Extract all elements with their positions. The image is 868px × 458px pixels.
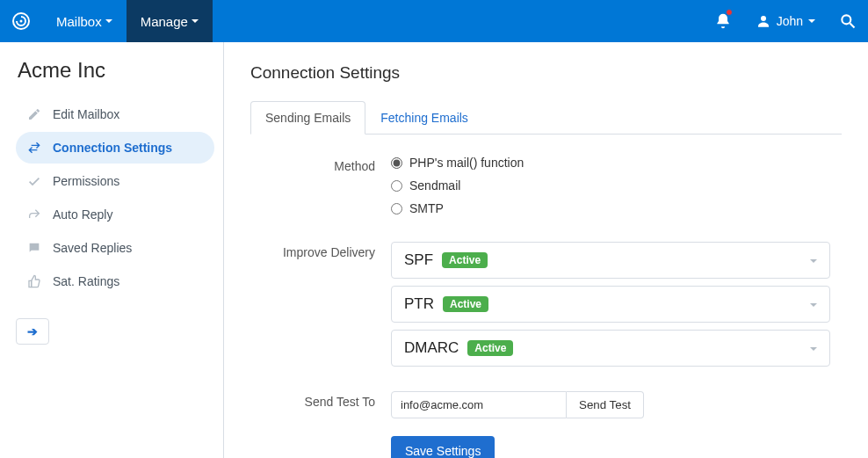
- sidebar-item-label: Auto Reply: [53, 207, 112, 222]
- sidebar: Acme Inc Edit Mailbox Connection Setting…: [0, 42, 224, 458]
- method-radio[interactable]: [391, 157, 402, 169]
- caret-down-icon: [105, 19, 112, 23]
- status-badge: Active: [467, 340, 513, 356]
- caret-down-icon: [192, 19, 199, 23]
- search-icon: [839, 12, 857, 30]
- notifications-button[interactable]: [703, 0, 743, 42]
- app-logo[interactable]: [0, 0, 42, 42]
- save-settings-button[interactable]: Save Settings: [391, 436, 495, 458]
- top-navbar: Mailbox Manage John: [0, 0, 868, 42]
- arrow-right-icon: ➔: [27, 324, 38, 338]
- caret-down-icon: [808, 19, 815, 23]
- delivery-item-ptr[interactable]: PTR Active: [391, 286, 830, 323]
- sidebar-item-label: Sat. Ratings: [53, 274, 119, 288]
- sidebar-item-label: Permissions: [53, 174, 119, 188]
- user-name-label: John: [777, 14, 803, 28]
- user-menu[interactable]: John: [743, 0, 828, 42]
- page-title: Connection Settings: [250, 63, 842, 83]
- improve-delivery-label: Improve Delivery: [250, 242, 391, 374]
- tabs: Sending Emails Fetching Emails: [250, 100, 842, 134]
- search-button[interactable]: [828, 0, 868, 42]
- nav-manage-label: Manage: [141, 14, 188, 29]
- thumbs-up-icon: [26, 273, 42, 289]
- notification-dot-icon: [726, 9, 733, 16]
- tab-label: Fetching Emails: [380, 111, 468, 125]
- status-badge: Active: [443, 296, 488, 312]
- send-test-button[interactable]: Send Test: [567, 391, 644, 418]
- svg-point-1: [20, 20, 23, 23]
- method-radio[interactable]: [391, 180, 402, 192]
- sidebar-item-label: Edit Mailbox: [53, 107, 119, 121]
- sidebar-item-permissions[interactable]: Permissions: [16, 165, 214, 197]
- main-content: Connection Settings Sending Emails Fetch…: [224, 42, 868, 458]
- chevron-down-icon: [810, 253, 817, 267]
- chevron-down-icon: [810, 297, 817, 311]
- reply-icon: [26, 207, 42, 222]
- send-test-label: Send Test To: [250, 391, 391, 418]
- method-option-php-mail[interactable]: PHP's mail() function: [391, 156, 830, 170]
- sidebar-item-label: Saved Replies: [53, 241, 132, 255]
- send-test-input[interactable]: [391, 391, 567, 418]
- nav-mailbox-label: Mailbox: [56, 14, 102, 29]
- delivery-item-spf[interactable]: SPF Active: [391, 242, 830, 279]
- nav-mailbox[interactable]: Mailbox: [42, 0, 127, 42]
- method-option-label: PHP's mail() function: [409, 156, 524, 170]
- delivery-name: PTR: [404, 295, 434, 313]
- pencil-icon: [26, 106, 42, 122]
- nav-manage[interactable]: Manage: [127, 0, 213, 42]
- svg-line-4: [850, 24, 855, 28]
- status-badge: Active: [442, 252, 488, 268]
- svg-point-2: [761, 16, 766, 21]
- method-option-smtp[interactable]: SMTP: [391, 201, 830, 215]
- delivery-name: DMARC: [404, 339, 459, 357]
- user-icon: [756, 13, 771, 29]
- sidebar-item-connection-settings[interactable]: Connection Settings: [16, 132, 214, 164]
- sidebar-item-edit-mailbox[interactable]: Edit Mailbox: [16, 98, 214, 130]
- delivery-name: SPF: [404, 251, 433, 269]
- comment-icon: [26, 240, 42, 256]
- delivery-item-dmarc[interactable]: DMARC Active: [391, 330, 830, 367]
- sidebar-item-saved-replies[interactable]: Saved Replies: [16, 232, 214, 264]
- exchange-icon: [26, 140, 42, 156]
- sidebar-item-sat-ratings[interactable]: Sat. Ratings: [16, 265, 214, 297]
- check-icon: [26, 173, 42, 189]
- method-option-sendmail[interactable]: Sendmail: [391, 178, 830, 193]
- method-label: Method: [250, 156, 391, 224]
- chevron-down-icon: [810, 341, 817, 355]
- svg-point-3: [842, 15, 850, 24]
- tab-sending-emails[interactable]: Sending Emails: [250, 101, 365, 134]
- sidebar-item-auto-reply[interactable]: Auto Reply: [16, 199, 214, 230]
- method-option-label: Sendmail: [409, 178, 460, 193]
- sidebar-item-label: Connection Settings: [53, 141, 172, 155]
- org-name: Acme Inc: [18, 58, 214, 83]
- tab-label: Sending Emails: [265, 111, 351, 125]
- tab-fetching-emails[interactable]: Fetching Emails: [365, 101, 483, 134]
- sidebar-next-button[interactable]: ➔: [16, 318, 49, 345]
- method-radio[interactable]: [391, 203, 402, 214]
- method-option-label: SMTP: [409, 201, 444, 215]
